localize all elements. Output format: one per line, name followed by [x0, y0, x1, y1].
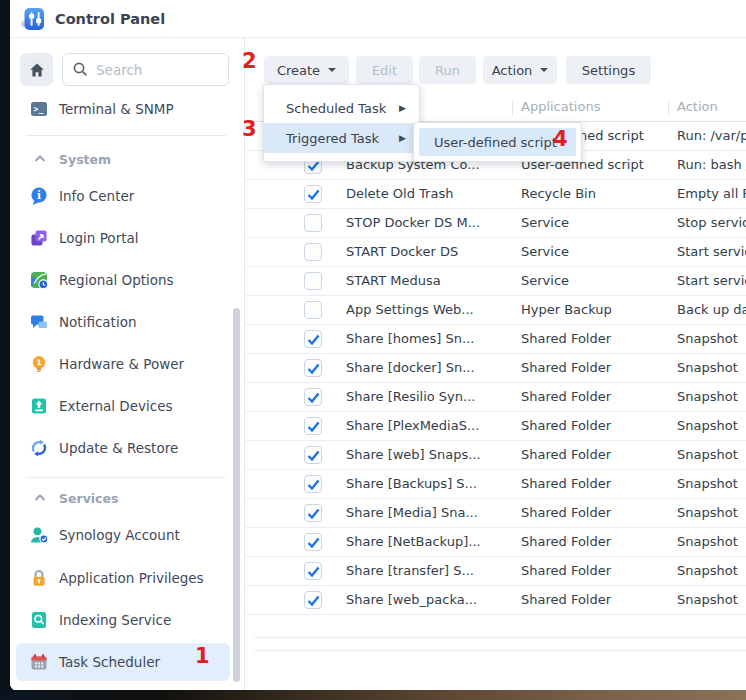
sidebar-item-label: Synology Account: [59, 527, 180, 543]
annotation-3: 3: [242, 119, 257, 140]
table-row[interactable]: Share [homes] Sn... Shared Folder Snapsh…: [246, 325, 746, 354]
table-row[interactable]: Share [transfer] S... Shared Folder Snap…: [246, 557, 746, 586]
sidebar-item-login-portal[interactable]: Login Portal: [16, 219, 230, 257]
task-app-cell: Shared Folder: [521, 592, 671, 607]
column-separator: [668, 100, 669, 116]
sidebar-scrollbar[interactable]: [233, 308, 240, 682]
window-titlebar: Control Panel: [10, 0, 746, 38]
control-panel-icon: [19, 5, 47, 33]
task-name-cell: Delete Old Trash: [346, 186, 516, 201]
task-app-cell: Shared Folder: [521, 476, 671, 491]
table-row[interactable]: Share [Backups] S... Shared Folder Snaps…: [246, 470, 746, 499]
row-checkbox[interactable]: [304, 214, 322, 232]
row-checkbox[interactable]: [304, 272, 322, 290]
sidebar-item-synology-account[interactable]: Synology Account: [16, 516, 230, 554]
annotation-1: 1: [195, 646, 210, 667]
task-name-cell: Share [PlexMediaS...: [346, 418, 516, 433]
task-app-cell: Shared Folder: [521, 505, 671, 520]
row-checkbox[interactable]: [304, 301, 322, 319]
svg-text:i: i: [37, 189, 41, 201]
sidebar-item-notification[interactable]: Notification: [16, 303, 230, 341]
sidebar-item-terminal-snmp[interactable]: >_ Terminal & SNMP: [16, 90, 230, 128]
sidebar-item-update-restore[interactable]: Update & Restore: [16, 429, 230, 467]
menu-item-scheduled-task[interactable]: Scheduled Task ▶: [264, 93, 419, 123]
action-button[interactable]: Action: [483, 56, 557, 84]
toolbar: Create Edit Run Action Settings: [264, 56, 651, 84]
row-checkbox[interactable]: [304, 417, 322, 435]
update-restore-icon: [29, 438, 49, 458]
row-checkbox[interactable]: [304, 243, 322, 261]
row-checkbox[interactable]: [304, 185, 322, 203]
menu-item-label: User-defined script: [434, 135, 557, 150]
table-row[interactable]: START Docker DS Service Start servic: [246, 238, 746, 267]
table-row[interactable]: Share [web_packa... Shared Folder Snapsh…: [246, 586, 746, 615]
sidebar-item-application-privileges[interactable]: Application Privileges: [16, 559, 230, 597]
column-header-action[interactable]: Action: [677, 99, 718, 114]
footer-separator-line: [254, 650, 746, 651]
sidebar-item-regional-options[interactable]: Regional Options: [16, 261, 230, 299]
sidebar-item-external-devices[interactable]: External Devices: [16, 387, 230, 425]
checkmark-icon: [306, 477, 321, 492]
row-checkbox[interactable]: [304, 533, 322, 551]
task-app-cell: Shared Folder: [521, 418, 671, 433]
sidebar-section-system[interactable]: System: [16, 147, 230, 171]
task-app-cell: Shared Folder: [521, 389, 671, 404]
table-row[interactable]: Share [NetBackup]... Shared Folder Snaps…: [246, 528, 746, 557]
task-app-cell: Shared Folder: [521, 563, 671, 578]
menu-item-label: Scheduled Task: [286, 101, 386, 116]
sidebar-item-hardware-power[interactable]: 1 Hardware & Power: [16, 345, 230, 383]
caret-down-icon: [328, 68, 336, 72]
table-row[interactable]: Delete Old Trash Recycle Bin Empty all R: [246, 180, 746, 209]
table-row[interactable]: Share [docker] Sn... Shared Folder Snaps…: [246, 354, 746, 383]
checkmark-icon: [306, 593, 321, 608]
settings-button-label: Settings: [582, 63, 635, 78]
table-row[interactable]: STOP Docker DS M... Service Stop servic: [246, 209, 746, 238]
task-app-cell: Shared Folder: [521, 331, 671, 346]
task-name-cell: START Medusa: [346, 273, 516, 288]
sidebar-item-indexing-service[interactable]: Indexing Service: [16, 601, 230, 639]
table-row[interactable]: App Settings Web... Hyper Backup Back up…: [246, 296, 746, 325]
indexing-service-icon: [29, 610, 49, 630]
table-row[interactable]: Share [Resilio Syn... Shared Folder Snap…: [246, 383, 746, 412]
task-app-cell: Hyper Backup: [521, 302, 671, 317]
search-input[interactable]: [96, 62, 206, 78]
table-row[interactable]: Share [web] Snaps... Shared Folder Snaps…: [246, 441, 746, 470]
menu-item-triggered-task[interactable]: Triggered Task ▶: [264, 123, 419, 153]
task-app-cell: Service: [521, 244, 671, 259]
row-checkbox[interactable]: [304, 475, 322, 493]
desktop-wallpaper-strip: [0, 690, 746, 700]
submenu-arrow-icon: ▶: [399, 103, 406, 113]
checkmark-icon: [306, 419, 321, 434]
row-checkbox[interactable]: [304, 446, 322, 464]
checkmark-icon: [306, 564, 321, 579]
sidebar-section-services[interactable]: Services: [16, 486, 230, 510]
task-name-cell: Share [Backups] S...: [346, 476, 516, 491]
row-checkbox[interactable]: [304, 330, 322, 348]
task-action-cell: Snapshot: [677, 331, 738, 346]
task-action-cell: Snapshot: [677, 534, 738, 549]
row-checkbox[interactable]: [304, 388, 322, 406]
run-button-label: Run: [435, 63, 460, 78]
column-header-applications[interactable]: Applications: [521, 99, 600, 114]
row-checkbox[interactable]: [304, 359, 322, 377]
table-row[interactable]: START Medusa Service Start servic: [246, 267, 746, 296]
menu-item-label: Triggered Task: [286, 131, 379, 146]
row-checkbox[interactable]: [304, 504, 322, 522]
row-checkbox[interactable]: [304, 562, 322, 580]
task-name-cell: STOP Docker DS M...: [346, 215, 516, 230]
table-row[interactable]: Share [Media] Sna... Shared Folder Snaps…: [246, 499, 746, 528]
task-action-cell: Snapshot: [677, 592, 738, 607]
chevron-up-icon: [32, 151, 48, 167]
sidebar-item-info-center[interactable]: i Info Center: [16, 177, 230, 215]
home-button[interactable]: [20, 53, 53, 86]
sidebar-item-label: External Devices: [59, 398, 173, 414]
login-portal-icon: [29, 228, 49, 248]
create-button[interactable]: Create: [264, 56, 349, 84]
list-bottom-line: [254, 637, 746, 638]
table-row[interactable]: Share [PlexMediaS... Shared Folder Snaps…: [246, 412, 746, 441]
settings-button[interactable]: Settings: [566, 56, 651, 84]
task-name-cell: App Settings Web...: [346, 302, 516, 317]
task-action-cell: Snapshot: [677, 505, 738, 520]
row-checkbox[interactable]: [304, 591, 322, 609]
task-scheduler-icon: [29, 652, 49, 672]
